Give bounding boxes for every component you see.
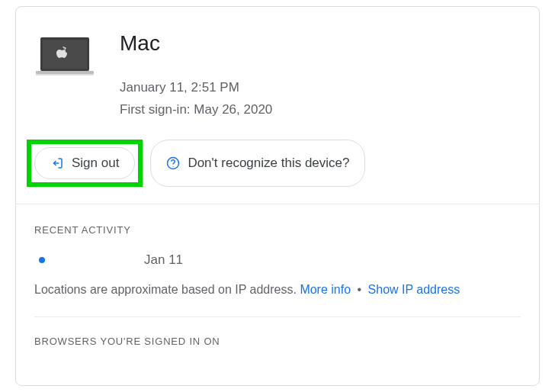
svg-rect-3 [36,74,94,76]
thin-divider [34,316,521,317]
device-card: Mac January 11, 2:51 PM First sign-in: M… [15,6,540,386]
device-info: Mac January 11, 2:51 PM First sign-in: M… [120,31,521,121]
show-ip-link[interactable]: Show IP address [368,283,460,296]
sign-out-label: Sign out [72,156,119,171]
device-header: Mac January 11, 2:51 PM First sign-in: M… [34,25,521,121]
device-icon [34,31,95,82]
activity-row: Jan 11 [34,252,521,268]
help-icon [166,156,180,170]
actions-row: Sign out Don't recognize this device? [27,140,521,187]
separator: • [354,283,365,296]
mac-laptop-icon [34,36,95,79]
sign-out-button[interactable]: Sign out [34,147,135,179]
tutorial-highlight: Sign out [27,140,143,187]
dont-recognize-label: Don't recognize this device? [188,156,349,171]
activity-status-dot [39,257,45,263]
svg-point-5 [173,165,174,166]
device-first-signin: First sign-in: May 26, 2020 [120,99,521,121]
sign-out-icon [50,156,64,170]
browsers-section-label: Browsers you're signed in on [34,336,521,347]
location-disclaimer: Locations are approximate based on IP ad… [34,283,521,297]
disclaimer-text: Locations are approximate based on IP ad… [34,283,300,296]
activity-date: Jan 11 [144,252,183,268]
svg-rect-2 [36,71,94,74]
dont-recognize-button[interactable]: Don't recognize this device? [150,140,365,187]
recent-activity-section: Recent Activity Jan 11 Locations are app… [34,204,521,347]
more-info-link[interactable]: More info [300,283,351,296]
device-last-activity: January 11, 2:51 PM [120,77,521,99]
recent-activity-label: Recent Activity [34,224,521,236]
device-name: Mac [120,31,521,56]
